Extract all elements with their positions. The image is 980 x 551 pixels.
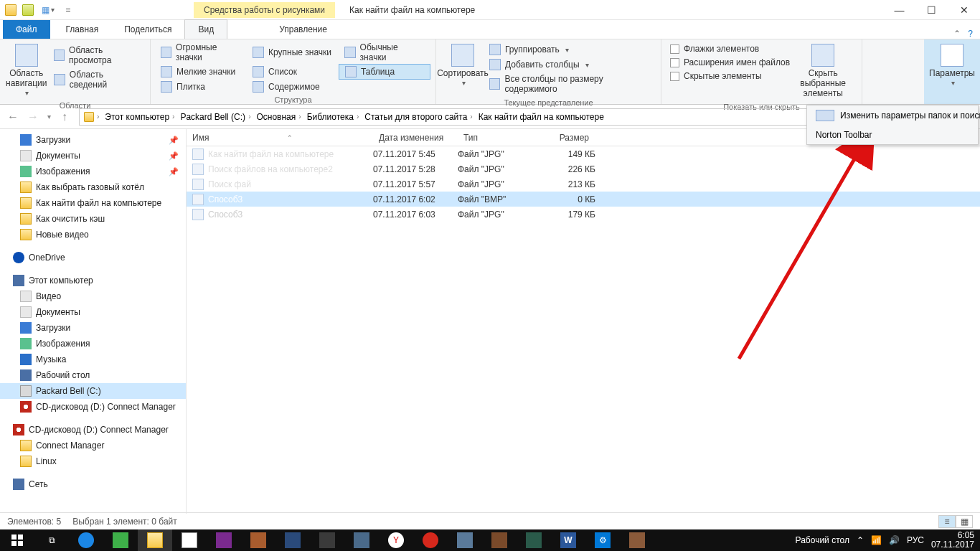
- qat-overflow[interactable]: =: [60, 2, 76, 18]
- tb-opera[interactable]: [413, 529, 448, 551]
- tb-app[interactable]: [482, 529, 517, 551]
- tray-network-icon[interactable]: 📶: [871, 535, 882, 545]
- tab-home[interactable]: Главная: [53, 20, 112, 39]
- change-folder-options[interactable]: Изменить параметры папок и поиска: [807, 105, 978, 126]
- tb-yandex[interactable]: Y: [379, 529, 413, 551]
- tree-network[interactable]: Сеть: [0, 476, 186, 492]
- group-by-button[interactable]: Группировать ▾: [486, 42, 655, 57]
- layout-list[interactable]: Список: [247, 64, 339, 80]
- col-type[interactable]: Тип: [458, 133, 544, 143]
- tb-settings[interactable]: ⚙: [585, 529, 620, 551]
- tree-item[interactable]: Как найти файл на компьютере: [0, 195, 186, 211]
- preview-pane-button[interactable]: Область просмотра: [51, 44, 143, 67]
- view-details-icon[interactable]: ≡: [938, 515, 956, 528]
- hide-selected-button[interactable]: Скрыть выбранные элементы: [794, 41, 852, 101]
- tree-pictures[interactable]: Изображения📌: [0, 164, 186, 179]
- norton-toolbar[interactable]: Norton Toolbar: [807, 126, 978, 144]
- maximize-button[interactable]: ☐: [915, 0, 948, 20]
- tree-documents2[interactable]: Документы: [0, 304, 186, 320]
- filename-extensions-toggle[interactable]: Расширения имен файлов: [667, 56, 793, 69]
- tb-app[interactable]: [103, 529, 138, 551]
- layout-medium[interactable]: Обычные значки: [339, 41, 430, 64]
- tb-app[interactable]: [344, 529, 379, 551]
- tree-onedrive[interactable]: OneDrive: [0, 250, 186, 265]
- start-button[interactable]: [0, 529, 34, 551]
- tree-dvd2[interactable]: CD-дисковод (D:) Connect Manager: [0, 422, 186, 438]
- tree-videos[interactable]: Видео: [0, 288, 186, 304]
- taskview-icon[interactable]: ⧉: [34, 529, 69, 551]
- col-date[interactable]: Дата изменения: [373, 133, 458, 143]
- file-row[interactable]: Как найти файл на компьютере 07.11.2017 …: [187, 146, 980, 161]
- tree-documents[interactable]: Документы📌: [0, 148, 186, 164]
- tb-app[interactable]: [448, 529, 482, 551]
- size-columns-button[interactable]: Все столбцы по размеру содержимого: [486, 72, 655, 95]
- tree-dvd[interactable]: CD-дисковод (D:) Connect Manager: [0, 399, 186, 415]
- tab-file[interactable]: Файл: [3, 20, 50, 39]
- close-button[interactable]: ✕: [948, 0, 980, 20]
- layout-tiles[interactable]: Плитка: [155, 80, 247, 94]
- col-name[interactable]: Имя⌃: [187, 133, 373, 143]
- details-pane-button[interactable]: Область сведений: [51, 68, 143, 91]
- tb-store[interactable]: [172, 529, 207, 551]
- navigation-pane-button[interactable]: Область навигации▾: [4, 41, 48, 100]
- tray-volume-icon[interactable]: 🔊: [889, 535, 900, 545]
- tb-explorer[interactable]: [138, 529, 172, 551]
- file-row[interactable]: Поиск фай 07.11.2017 5:57Файл "JPG"213 К…: [187, 176, 980, 192]
- tree-downloads[interactable]: Загрузки📌: [0, 132, 186, 148]
- tray-chevron-icon[interactable]: ⌃: [857, 535, 864, 545]
- tray-lang[interactable]: РУС: [907, 535, 924, 545]
- view-large-icon[interactable]: ▦: [956, 515, 973, 528]
- tree-desktop[interactable]: Рабочий стол: [0, 367, 186, 383]
- file-row[interactable]: Способ3 07.11.2017 6:02Файл "BMP"0 КБ: [187, 192, 980, 207]
- tb-app[interactable]: [241, 529, 275, 551]
- tree-thispc[interactable]: Этот компьютер: [0, 273, 186, 288]
- tb-app[interactable]: [517, 529, 551, 551]
- properties-icon[interactable]: ▦▾: [37, 2, 59, 18]
- pin-icon[interactable]: [20, 2, 36, 18]
- file-row[interactable]: Поиск файлов на компьютере2 07.11.2017 5…: [187, 161, 980, 176]
- layout-small[interactable]: Мелкие значки: [155, 64, 247, 80]
- tree-music[interactable]: Музыка: [0, 352, 186, 367]
- tree-item[interactable]: Как очистить кэш: [0, 211, 186, 227]
- minimize-button[interactable]: —: [883, 0, 915, 20]
- item-checkboxes-toggle[interactable]: Флажки элементов: [667, 42, 793, 55]
- help-icon[interactable]: ?: [968, 29, 973, 39]
- statusbar: Элементов: 5 Выбран 1 элемент: 0 байт ≡ …: [0, 512, 980, 529]
- tb-app[interactable]: [310, 529, 344, 551]
- add-columns-button[interactable]: Добавить столбцы ▾: [486, 57, 655, 72]
- tb-app[interactable]: [275, 529, 310, 551]
- folder-icon[interactable]: [3, 2, 19, 18]
- forward-button[interactable]: →: [23, 107, 43, 127]
- recent-dropdown[interactable]: ▾: [43, 107, 55, 127]
- layout-huge[interactable]: Огромные значки: [155, 41, 247, 64]
- tab-manage[interactable]: Управление: [266, 20, 340, 39]
- sort-button[interactable]: Сортировать▾: [440, 41, 485, 97]
- tab-share[interactable]: Поделиться: [111, 20, 184, 39]
- options-button[interactable]: Параметры▾: [928, 41, 976, 90]
- tree-downloads2[interactable]: Загрузки: [0, 320, 186, 336]
- tray-clock[interactable]: 6:0507.11.2017: [931, 531, 974, 550]
- tb-word[interactable]: W: [551, 529, 585, 551]
- layout-details[interactable]: Таблица: [339, 64, 430, 80]
- layout-content[interactable]: Содержимое: [247, 80, 339, 94]
- ribbon-tabs: Файл Главная Поделиться Вид Управление ⌃…: [0, 20, 980, 39]
- file-row[interactable]: Способ3 07.11.2017 6:03Файл "JPG"179 КБ: [187, 207, 980, 222]
- tab-view[interactable]: Вид: [184, 19, 227, 39]
- tree-cdrive[interactable]: Packard Bell (C:): [0, 383, 186, 399]
- back-button[interactable]: ←: [3, 107, 23, 127]
- ribbon-collapse-icon[interactable]: ⌃: [953, 29, 961, 39]
- tb-paint[interactable]: [620, 529, 654, 551]
- tree-linux[interactable]: Linux: [0, 453, 186, 469]
- tree-item[interactable]: Как выбрать газовый котёл: [0, 179, 186, 195]
- picture-tools-tab: Средства работы с рисунками: [194, 2, 335, 18]
- hidden-items-toggle[interactable]: Скрытые элементы: [667, 70, 793, 83]
- col-size[interactable]: Размер: [544, 133, 595, 143]
- tree-cm[interactable]: Connect Manager: [0, 438, 186, 453]
- show-desktop-label[interactable]: Рабочий стол: [796, 535, 849, 545]
- tree-pictures2[interactable]: Изображения: [0, 336, 186, 352]
- tb-app[interactable]: [207, 529, 241, 551]
- up-button[interactable]: ↑: [55, 107, 75, 127]
- tree-item[interactable]: Новые видео: [0, 227, 186, 242]
- layout-large[interactable]: Крупные значки: [247, 41, 339, 64]
- tb-edge[interactable]: [69, 529, 103, 551]
